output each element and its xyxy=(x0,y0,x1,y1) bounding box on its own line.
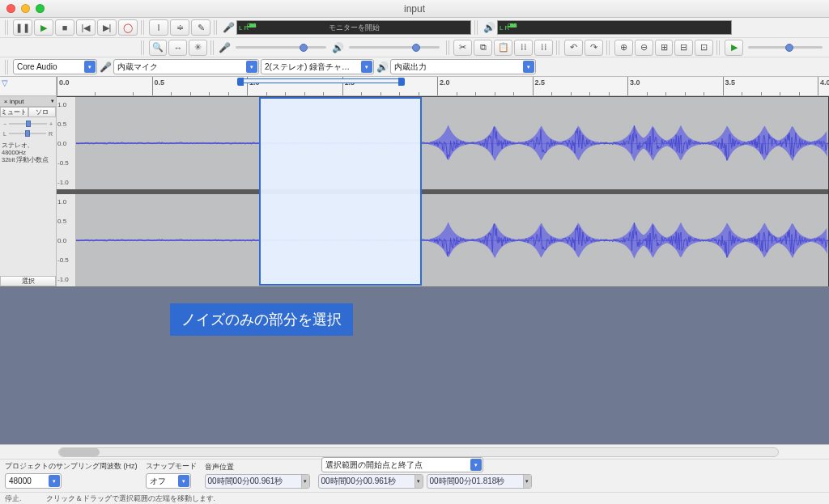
waveform-area[interactable]: 1.0 0.5 0.0 -0.5 -1.0 1.0 0.5 0.0 -0.5 -… xyxy=(57,96,829,286)
window-title: input xyxy=(0,3,829,15)
paste-button[interactable]: 📋 xyxy=(494,40,512,56)
mic-icon: 🎤 xyxy=(222,21,235,34)
zoom-toggle-button[interactable]: ⊡ xyxy=(695,40,713,56)
recording-device-combo[interactable]: 内蔵マイク▾ xyxy=(113,59,259,74)
vertical-scale: 1.0 0.5 0.0 -0.5 -1.0 xyxy=(57,97,76,189)
footer: プロジェクトのサンプリング周波数 (Hz) 48000▾ スナップモード オフ▾… xyxy=(0,444,829,504)
toolbar-grip[interactable] xyxy=(446,40,451,55)
toolbar-grip[interactable] xyxy=(210,40,215,55)
snap-label: スナップモード xyxy=(146,461,197,472)
fit-selection-button[interactable]: ⊞ xyxy=(655,40,674,56)
zoom-in-button[interactable]: ⊕ xyxy=(614,40,633,56)
tracks-area: × input ▾ ミュート ソロ −+ LR ステレオ, 48000Hz 32… xyxy=(0,96,829,287)
gain-slider[interactable]: −+ xyxy=(3,119,53,129)
selection-start-field[interactable]: 00時間00分00.961秒▾ xyxy=(318,474,423,489)
horizontal-scrollbar[interactable] xyxy=(58,447,779,457)
toolbar-grip[interactable] xyxy=(606,40,611,55)
timeshift-tool-button[interactable]: ↔ xyxy=(168,40,187,56)
pan-slider[interactable]: LR xyxy=(3,129,53,138)
mic-icon: 🎤 xyxy=(219,41,231,54)
selection-tool-button[interactable]: I xyxy=(149,19,168,36)
timeline-ruler-row: ▽ 0.00.51.01.52.02.53.03.54.0 xyxy=(0,77,829,96)
solo-button[interactable]: ソロ xyxy=(28,107,57,117)
timeline-ruler[interactable]: 0.00.51.01.52.02.53.03.54.0 xyxy=(57,77,829,95)
toolbar-grip[interactable] xyxy=(214,20,219,35)
envelope-tool-button[interactable]: ≑ xyxy=(170,19,189,36)
toolbar-grip[interactable] xyxy=(474,20,479,35)
toolbar-grip[interactable] xyxy=(141,20,146,35)
toolbars: ❚❚ ▶ ■ |◀ ▶| ◯ I ≑ ✎ 🎤 L R モニターを開始 -54-4… xyxy=(0,18,829,77)
playback-meter[interactable]: L R -54-48-42-36-30-24-18-12-60 xyxy=(497,20,732,35)
track-name-label: input xyxy=(10,98,23,105)
pinned-play-head-icon[interactable]: ▽ xyxy=(2,78,13,90)
record-button[interactable]: ◯ xyxy=(118,19,138,36)
multi-tool-button[interactable]: ✳ xyxy=(189,40,207,56)
stop-button[interactable]: ■ xyxy=(55,19,74,36)
speaker-icon: 🔊 xyxy=(483,21,495,34)
track-menu-icon[interactable]: ▾ xyxy=(51,98,54,104)
annotation-callout: ノイズのみの部分を選択 xyxy=(170,303,353,336)
track-select-button[interactable]: 選択 xyxy=(0,276,56,286)
track-header[interactable]: × input ▾ xyxy=(0,96,56,107)
playback-device-combo[interactable]: 内蔵出力▾ xyxy=(390,59,536,74)
project-rate-combo[interactable]: 48000▾ xyxy=(5,473,62,489)
speaker-icon: 🔊 xyxy=(376,61,389,74)
skip-end-button[interactable]: ▶| xyxy=(97,19,117,36)
project-rate-label: プロジェクトのサンプリング周波数 (Hz) xyxy=(5,461,138,472)
copy-button[interactable]: ⧉ xyxy=(474,40,492,56)
draw-tool-button[interactable]: ✎ xyxy=(191,19,210,36)
silence-button[interactable]: ⁞⁞ xyxy=(534,40,553,56)
selection-end-field[interactable]: 00時間00分01.818秒▾ xyxy=(427,474,532,489)
zoom-out-button[interactable]: ⊖ xyxy=(635,40,653,56)
playback-volume-slider[interactable] xyxy=(346,40,443,55)
toolbar-grip[interactable] xyxy=(5,60,10,74)
toolbar-grip[interactable] xyxy=(556,40,561,55)
recording-volume-slider[interactable] xyxy=(232,40,329,55)
zoom-tool-button[interactable]: 🔍 xyxy=(149,40,168,56)
snap-combo[interactable]: オフ▾ xyxy=(146,473,191,489)
empty-track-area: ノイズのみの部分を選択 xyxy=(0,287,829,469)
trim-button[interactable]: ⁞⁞ xyxy=(514,40,533,56)
undo-button[interactable]: ↶ xyxy=(564,40,583,56)
audio-selection[interactable] xyxy=(259,97,422,286)
play-at-speed-button[interactable]: ▶ xyxy=(725,40,743,56)
status-hint: クリック＆ドラッグで選択範囲の左端を移動します. xyxy=(46,493,216,504)
status-bar: 停止. クリック＆ドラッグで選択範囲の左端を移動します. xyxy=(0,492,829,504)
titlebar: input xyxy=(0,0,829,18)
toolbar-grip[interactable] xyxy=(141,40,146,55)
pause-button[interactable]: ❚❚ xyxy=(13,19,32,36)
ruler-corner: ▽ xyxy=(0,77,57,95)
recording-meter[interactable]: L R モニターを開始 -54-48-42-36-30-24-18-12-60 xyxy=(236,20,471,35)
fit-project-button[interactable]: ⊟ xyxy=(674,40,693,56)
waveform-channel-right[interactable]: 1.0 0.5 0.0 -0.5 -1.0 xyxy=(57,194,828,286)
track-close-button[interactable]: × xyxy=(2,98,10,105)
audio-host-combo[interactable]: Core Audio▾ xyxy=(13,59,97,74)
toolbar-grip[interactable] xyxy=(716,40,721,55)
toolbar-grip[interactable] xyxy=(5,20,10,35)
redo-button[interactable]: ↷ xyxy=(585,40,603,56)
mic-icon: 🎤 xyxy=(99,61,112,74)
play-button[interactable]: ▶ xyxy=(34,19,53,36)
waveform-channel-left[interactable]: 1.0 0.5 0.0 -0.5 -1.0 xyxy=(57,97,828,189)
status-state: 停止. xyxy=(5,493,22,504)
selection-mode-combo[interactable]: 選択範囲の開始点と終了点▾ xyxy=(321,457,483,472)
track-control-panel: × input ▾ ミュート ソロ −+ LR ステレオ, 48000Hz 32… xyxy=(0,96,57,286)
recording-channels-combo[interactable]: 2(ステレオ) 録音チャ…▾ xyxy=(261,59,374,74)
mute-button[interactable]: ミュート xyxy=(0,107,28,117)
skip-start-button[interactable]: |◀ xyxy=(76,19,96,36)
audio-position-field[interactable]: 00時間00分00.961秒▾ xyxy=(205,474,310,489)
playback-speed-slider[interactable] xyxy=(745,40,826,55)
speaker-icon: 🔊 xyxy=(331,41,343,54)
cut-button[interactable]: ✂ xyxy=(453,40,472,56)
audio-position-label: 音声位置 xyxy=(205,462,310,472)
track-format-info: ステレオ, 48000Hz 32bit 浮動小数点 xyxy=(0,140,56,165)
vertical-scale: 1.0 0.5 0.0 -0.5 -1.0 xyxy=(57,194,76,286)
